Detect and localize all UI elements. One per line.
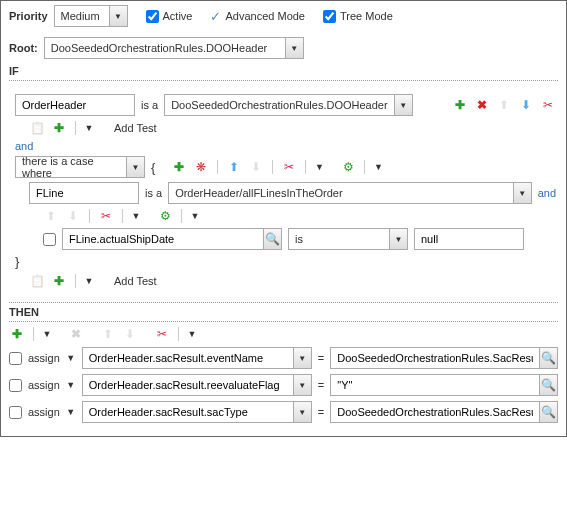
chevron-down-icon[interactable]: ▼ <box>389 229 407 249</box>
divider <box>33 327 34 341</box>
delete-icon <box>68 326 84 342</box>
chevron-down-icon[interactable]: ▼ <box>187 326 197 342</box>
move-up-icon <box>43 208 59 224</box>
check-icon: ✓ <box>210 9 221 24</box>
assign-target-select[interactable]: ▼ <box>82 401 312 423</box>
add-icon[interactable] <box>51 273 67 289</box>
assign-label: assign <box>28 406 60 418</box>
chevron-down-icon[interactable]: ▼ <box>293 402 311 422</box>
divider <box>9 302 558 303</box>
and-operator[interactable]: and <box>15 140 33 152</box>
cut-icon[interactable] <box>281 159 297 175</box>
equals-label: = <box>318 406 324 418</box>
condition-field-select[interactable] <box>62 228 282 250</box>
fline-type-select[interactable]: OrderHeader/allFLinesInTheOrder ▼ <box>168 182 532 204</box>
equals-label: = <box>318 352 324 364</box>
divider <box>217 160 218 174</box>
chevron-down-icon[interactable]: ▼ <box>66 404 76 420</box>
chevron-down-icon[interactable]: ▼ <box>131 208 141 224</box>
gear-icon[interactable] <box>340 159 356 175</box>
priority-label: Priority <box>9 10 48 22</box>
root-select[interactable]: DooSeededOrchestrationRules.DOOHeader ▼ <box>44 37 304 59</box>
assign-target-select[interactable]: ▼ <box>82 347 312 369</box>
move-down-icon <box>122 326 138 342</box>
divider <box>89 209 90 223</box>
paste-icon <box>29 120 45 136</box>
assign-value-select[interactable] <box>330 401 558 423</box>
assign-value-select[interactable] <box>330 374 558 396</box>
move-up-icon[interactable] <box>226 159 242 175</box>
if-section-label: IF <box>9 65 558 77</box>
tree-mode-label: Tree Mode <box>340 10 393 22</box>
is-a-label: is a <box>141 99 158 111</box>
search-icon[interactable] <box>539 348 557 368</box>
add-icon[interactable] <box>9 326 25 342</box>
assign-checkbox[interactable] <box>9 406 22 419</box>
add-test-label: Add Test <box>114 122 157 134</box>
tree-mode-checkbox[interactable]: Tree Mode <box>323 10 393 23</box>
chevron-down-icon[interactable]: ▼ <box>513 183 531 203</box>
gear-icon[interactable] <box>157 208 173 224</box>
assign-label: assign <box>28 379 60 391</box>
condition-value-input[interactable] <box>414 228 524 250</box>
condition-op-select[interactable]: is ▼ <box>288 228 408 250</box>
assign-checkbox[interactable] <box>9 379 22 392</box>
chevron-down-icon[interactable]: ▼ <box>42 326 52 342</box>
assign-row: assign▼▼= <box>9 374 558 396</box>
assign-row: assign▼▼= <box>9 347 558 369</box>
chevron-down-icon[interactable]: ▼ <box>190 208 200 224</box>
is-a-label: is a <box>145 187 162 199</box>
assign-label: assign <box>28 352 60 364</box>
open-brace: { <box>151 160 155 175</box>
chevron-down-icon[interactable]: ▼ <box>293 375 311 395</box>
chevron-down-icon[interactable]: ▼ <box>109 6 127 26</box>
chevron-down-icon[interactable]: ▼ <box>84 120 94 136</box>
add-icon[interactable] <box>171 159 187 175</box>
assign-target-select[interactable]: ▼ <box>82 374 312 396</box>
active-checkbox[interactable]: Active <box>146 10 193 23</box>
root-label: Root: <box>9 42 38 54</box>
paste-icon <box>29 273 45 289</box>
add-icon[interactable] <box>452 97 468 113</box>
assign-checkbox[interactable] <box>9 352 22 365</box>
header-var-input[interactable] <box>15 94 135 116</box>
and-operator[interactable]: and <box>538 187 556 199</box>
chevron-down-icon[interactable]: ▼ <box>84 273 94 289</box>
move-up-icon <box>100 326 116 342</box>
divider <box>364 160 365 174</box>
delete-pattern-icon[interactable] <box>193 159 209 175</box>
fline-var-input[interactable] <box>29 182 139 204</box>
chevron-down-icon[interactable]: ▼ <box>66 377 76 393</box>
move-down-icon[interactable] <box>518 97 534 113</box>
cut-icon[interactable] <box>154 326 170 342</box>
move-down-icon <box>248 159 264 175</box>
chevron-down-icon[interactable]: ▼ <box>293 348 311 368</box>
advanced-mode-toggle[interactable]: ✓ Advanced Mode <box>210 9 305 24</box>
priority-select[interactable]: Medium ▼ <box>54 5 128 27</box>
search-icon[interactable] <box>539 375 557 395</box>
divider <box>272 160 273 174</box>
case-where-select[interactable]: there is a case where ▼ <box>15 156 145 178</box>
header-type-select[interactable]: DooSeededOrchestrationRules.DOOHeader ▼ <box>164 94 412 116</box>
chevron-down-icon[interactable]: ▼ <box>66 350 76 366</box>
divider <box>75 121 76 135</box>
add-icon[interactable] <box>51 120 67 136</box>
assign-value-select[interactable] <box>330 347 558 369</box>
chevron-down-icon[interactable]: ▼ <box>126 157 144 177</box>
divider <box>9 321 558 322</box>
search-icon[interactable] <box>263 229 281 249</box>
add-test-label: Add Test <box>114 275 157 287</box>
equals-label: = <box>318 379 324 391</box>
delete-icon[interactable] <box>474 97 490 113</box>
chevron-down-icon[interactable]: ▼ <box>285 38 303 58</box>
search-icon[interactable] <box>539 402 557 422</box>
cut-icon[interactable] <box>98 208 114 224</box>
then-section-label: THEN <box>9 306 558 318</box>
condition-checkbox[interactable] <box>43 233 56 246</box>
chevron-down-icon[interactable]: ▼ <box>394 95 412 115</box>
chevron-down-icon[interactable]: ▼ <box>314 159 324 175</box>
cut-icon[interactable] <box>540 97 556 113</box>
chevron-down-icon[interactable]: ▼ <box>373 159 383 175</box>
divider <box>178 327 179 341</box>
divider <box>75 274 76 288</box>
